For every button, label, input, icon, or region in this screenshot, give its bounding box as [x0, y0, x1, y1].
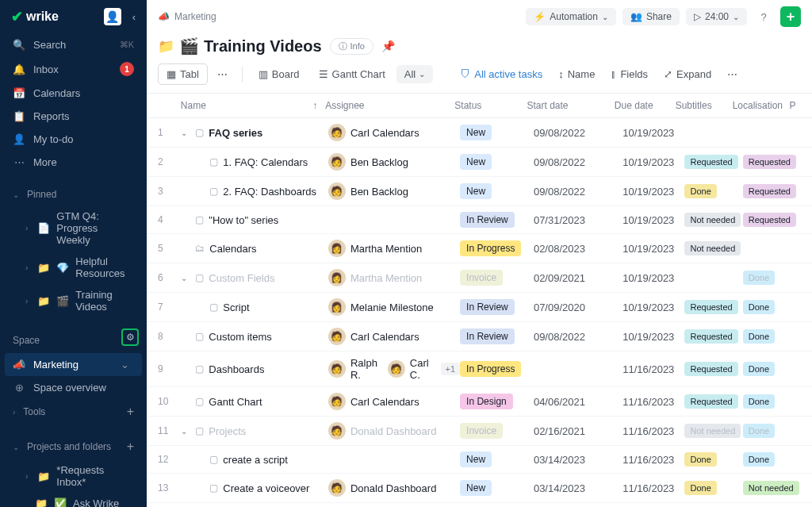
col-assignee[interactable]: Assignee [325, 100, 454, 111]
expand-caret[interactable]: ⌄ [181, 427, 190, 436]
due-date-cell[interactable]: 11/16/2023 [622, 363, 684, 375]
status-cell[interactable]: New [460, 125, 534, 140]
task-name-cell[interactable]: ▢Custom items [181, 331, 328, 343]
sort-name[interactable]: ↕Name [552, 65, 601, 83]
subtitles-tag[interactable]: Not needed [684, 213, 741, 227]
localisation-tag[interactable]: Done [743, 300, 775, 314]
due-date-cell[interactable]: 11/16/2023 [622, 396, 684, 408]
task-name-cell[interactable]: ▢Create a voiceover [181, 482, 328, 494]
localisation-cell[interactable]: Done [743, 452, 801, 467]
task-name-cell[interactable]: ⌄▢Projects [181, 425, 328, 437]
tab-gantt[interactable]: ☰Gantt Chart [311, 64, 393, 84]
more-assignees[interactable]: +1 [441, 363, 461, 375]
expand-button[interactable]: ⤢Expand [657, 65, 718, 83]
col-subtitles[interactable]: Subtitles [676, 100, 733, 111]
subtitles-tag[interactable]: Done [684, 452, 716, 467]
subtitles-tag[interactable]: Done [684, 184, 716, 198]
localisation-tag[interactable]: Done [743, 362, 775, 376]
fields-button[interactable]: ⫿Fields [604, 65, 654, 83]
info-button[interactable]: ⓘInfo [330, 38, 373, 55]
pinned-item[interactable]: ›📁🎬Training Videos [0, 284, 147, 317]
expand-caret[interactable]: ⌄ [181, 129, 190, 137]
col-name[interactable]: Name↑ [181, 100, 325, 111]
filter-all[interactable]: All⌄ [396, 65, 433, 83]
col-due[interactable]: Due date [615, 100, 676, 111]
assignee-cell[interactable]: 🧑Donald Dashboard [328, 479, 460, 497]
task-name-cell[interactable]: ▢2. FAQ: Dashboards [181, 186, 328, 198]
timer-button[interactable]: ▷24:00⌄ [686, 8, 747, 25]
localisation-cell[interactable]: Done [743, 329, 801, 344]
start-date-cell[interactable]: 09/08/2022 [534, 331, 622, 343]
status-cell[interactable]: In Progress [460, 361, 534, 377]
task-name-cell[interactable]: ▢create a script [181, 454, 328, 466]
collapse-sidebar-button[interactable]: ‹ [132, 11, 136, 23]
task-row[interactable]: 13 ▢Create a voiceover 🧑Donald Dashboard… [147, 474, 812, 503]
task-row[interactable]: 2 ▢1. FAQ: Calendars 🧑Ben Backlog New 09… [147, 148, 812, 177]
localisation-cell[interactable]: Done [743, 394, 801, 409]
subtitles-cell[interactable]: Not needed [684, 213, 742, 227]
logo[interactable]: ✔wrike [11, 8, 59, 25]
subtitles-cell[interactable]: Requested [684, 329, 742, 344]
projects-section[interactable]: ⌄Projects and folders+ [0, 434, 147, 459]
status-cell[interactable]: In Progress [460, 240, 534, 256]
pinned-item[interactable]: ›📄GTM Q4: Progress Weekly [0, 205, 147, 251]
user-avatar[interactable]: 👤 [104, 8, 121, 25]
task-name-cell[interactable]: ▢Script [181, 302, 328, 313]
task-name-cell[interactable]: 🗂Calendars [181, 243, 328, 255]
automation-button[interactable]: ⚡Automation⌄ [526, 8, 616, 25]
subtitles-tag[interactable]: Requested [684, 300, 737, 314]
localisation-cell[interactable]: Done [743, 300, 801, 314]
tab-table[interactable]: ▦Tabl [158, 63, 208, 85]
subtitles-cell[interactable]: Not needed [684, 241, 742, 255]
subtitles-tag[interactable]: Requested [684, 362, 737, 376]
assignee-cell[interactable]: 🧑Carl Calendars [328, 393, 460, 410]
subtitles-cell[interactable]: Requested [684, 155, 742, 169]
task-row[interactable]: 8 ▢Custom items 🧑Carl Calendars In Revie… [147, 322, 812, 351]
project-item[interactable]: ›📁*Requests Inbox* [0, 459, 147, 493]
help-button[interactable]: ? [753, 6, 774, 27]
localisation-tag[interactable]: Requested [743, 213, 796, 227]
status-cell[interactable]: New [460, 154, 534, 170]
space-settings-button[interactable]: ⚙ [121, 328, 139, 346]
status-cell[interactable]: In Review [460, 328, 534, 344]
subtitles-tag[interactable]: Done [684, 481, 716, 495]
assignee-cell[interactable]: 🧑Ben Backlog [328, 182, 460, 200]
task-row[interactable]: 7 ▢Script 👩Melanie Milestone In Review 0… [147, 293, 812, 322]
assignee-cell[interactable]: 👩Melanie Milestone [328, 298, 460, 316]
assignee-cell[interactable]: 👩Martha Mention [328, 269, 460, 286]
share-button[interactable]: 👥Share [622, 8, 680, 25]
start-date-cell[interactable]: 09/08/2022 [534, 186, 622, 198]
due-date-cell[interactable]: 10/19/2023 [622, 243, 684, 255]
task-row[interactable]: 12 ▢create a script New 03/14/2023 11/16… [147, 446, 812, 474]
col-extra[interactable]: P [790, 100, 801, 111]
tab-board[interactable]: ▥Board [251, 64, 308, 84]
status-cell[interactable]: In Review [460, 212, 534, 228]
localisation-tag[interactable]: Done [743, 394, 775, 409]
start-date-cell[interactable]: 03/14/2023 [534, 482, 622, 494]
localisation-cell[interactable]: Done [743, 424, 801, 438]
space-overview[interactable]: ⊕Space overview [0, 376, 147, 399]
col-status[interactable]: Status [454, 100, 527, 111]
start-date-cell[interactable]: 09/08/2022 [534, 156, 622, 168]
start-date-cell[interactable]: 07/09/2020 [534, 302, 622, 313]
start-date-cell[interactable]: 02/16/2021 [534, 425, 622, 437]
due-date-cell[interactable]: 10/19/2023 [622, 156, 684, 168]
start-date-cell[interactable]: 02/09/2021 [534, 272, 622, 284]
task-row[interactable]: 4 ▢"How to" series In Review 07/31/2023 … [147, 206, 812, 234]
task-row[interactable]: 11 ⌄▢Projects 🧑Donald Dashboard Invoice … [147, 417, 812, 446]
pin-button[interactable]: 📌 [381, 40, 395, 52]
due-date-cell[interactable]: 10/19/2023 [622, 302, 684, 313]
subtitles-cell[interactable]: Requested [684, 300, 742, 314]
task-name-cell[interactable]: ▢"How to" series [181, 214, 328, 226]
subtitles-cell[interactable]: Requested [684, 362, 742, 376]
task-row[interactable]: 3 ▢2. FAQ: Dashboards 🧑Ben Backlog New 0… [147, 177, 812, 206]
subtitles-tag[interactable]: Not needed [684, 241, 741, 255]
task-row[interactable]: 1 ⌄▢FAQ series 🧑Carl Calendars New 09/08… [147, 118, 812, 148]
create-button[interactable]: + [780, 6, 801, 27]
task-row[interactable]: 9 ▢Dashboards 🧑Ralph R.🧑Carl C.+1 In Pro… [147, 351, 812, 387]
status-cell[interactable]: New [460, 451, 534, 467]
more-toolbar[interactable]: ⋯ [721, 65, 744, 83]
status-cell[interactable]: In Design [460, 394, 534, 409]
subtitles-tag[interactable]: Requested [684, 155, 737, 169]
localisation-cell[interactable]: Done [743, 271, 801, 285]
